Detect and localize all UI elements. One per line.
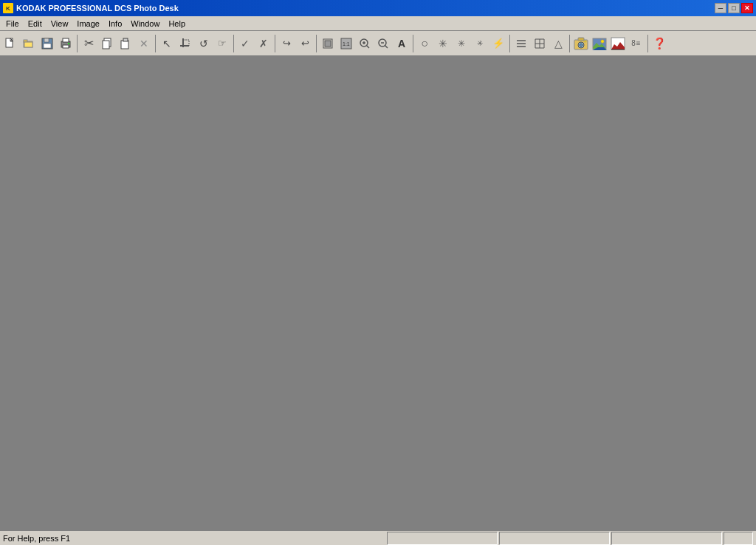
menu-info[interactable]: Info (104, 18, 126, 30)
close-button[interactable]: ✕ (741, 3, 753, 13)
status-panel-3 (611, 532, 722, 545)
title-buttons: ─ □ ✕ (715, 3, 753, 13)
zoom-in-button[interactable] (356, 34, 374, 53)
paste-button[interactable] (117, 34, 134, 53)
dots-button[interactable]: 8≡ (628, 34, 645, 53)
title-left: K KODAK PROFESSIONAL DCS Photo Desk (3, 3, 179, 13)
sep9 (647, 35, 648, 52)
svg-rect-19 (325, 41, 331, 47)
lines-tool[interactable] (512, 34, 530, 53)
svg-point-45 (601, 39, 605, 43)
restore-button[interactable]: □ (728, 3, 740, 13)
sep7 (509, 35, 510, 52)
rotate-cw-button[interactable]: ↩ (296, 34, 314, 53)
svg-rect-8 (63, 38, 69, 42)
sep4 (275, 35, 275, 52)
menu-edit[interactable]: Edit (24, 18, 47, 30)
image-button[interactable] (591, 34, 608, 53)
chart-button[interactable] (609, 34, 627, 53)
rotate-tool[interactable]: ↺ (195, 34, 213, 53)
star3-tool[interactable]: ✳ (471, 34, 489, 53)
grid-tool[interactable] (531, 34, 549, 53)
fit-button[interactable] (319, 34, 337, 53)
new-button[interactable] (1, 34, 19, 53)
star1-tool[interactable]: ✳ (434, 34, 452, 53)
cut-button[interactable]: ✂ (80, 34, 97, 53)
app-title: KODAK PROFESSIONAL DCS Photo Desk (16, 4, 179, 13)
toolbar: ✂ ✕ ↖ ↺ ☞ ✓ ✗ ↪ ↩ 1:1 A ○ ✳ ✳ ✳ ⚡ △ (0, 31, 756, 56)
menu-view[interactable]: View (47, 18, 73, 30)
menu-image[interactable]: Image (72, 18, 104, 30)
print-button[interactable] (57, 34, 75, 53)
svg-rect-3 (24, 42, 32, 47)
minimize-button[interactable]: ─ (715, 3, 726, 13)
camera-button[interactable] (572, 34, 590, 53)
zoom-out-button[interactable] (374, 34, 392, 53)
svg-point-10 (68, 43, 69, 44)
crop-tool[interactable] (176, 34, 194, 53)
status-bar: For Help, press F1 (0, 530, 756, 545)
menu-help[interactable]: Help (164, 18, 190, 30)
svg-line-28 (385, 45, 388, 48)
select-tool[interactable]: ↖ (158, 34, 176, 53)
hand-tool[interactable]: ☞ (213, 34, 231, 53)
help-button[interactable]: ❓ (650, 34, 668, 53)
status-panel-4 (724, 532, 753, 545)
sep5 (316, 35, 317, 52)
sep2 (155, 35, 156, 52)
svg-rect-17 (183, 40, 189, 46)
sep8 (569, 35, 570, 52)
text-tool[interactable]: A (393, 34, 410, 53)
menu-file[interactable]: File (1, 18, 24, 30)
status-text: For Help, press F1 (3, 534, 385, 543)
accept-button[interactable]: ✓ (236, 34, 254, 53)
menu-bar: File Edit View Image Info Window Help (0, 16, 756, 31)
actual-size-button[interactable]: 1:1 (337, 34, 355, 53)
svg-text:1:1: 1:1 (343, 41, 350, 47)
svg-rect-12 (103, 41, 109, 49)
svg-rect-9 (63, 45, 69, 48)
svg-rect-13 (121, 41, 128, 49)
status-panel-1 (387, 532, 498, 545)
app-icon: K (3, 3, 13, 13)
svg-rect-14 (123, 38, 128, 41)
svg-point-41 (580, 44, 583, 47)
reject-button[interactable]: ✗ (255, 34, 272, 53)
sep3 (233, 35, 234, 52)
svg-rect-40 (578, 38, 584, 41)
svg-rect-42 (584, 41, 586, 42)
star2-tool[interactable]: ✳ (453, 34, 470, 53)
svg-rect-6 (44, 44, 51, 48)
main-content-area (0, 56, 756, 530)
svg-rect-5 (44, 38, 49, 42)
menu-window[interactable]: Window (126, 18, 164, 30)
triangle-tool[interactable]: △ (549, 34, 567, 53)
copy-button[interactable] (98, 34, 116, 53)
title-bar: K KODAK PROFESSIONAL DCS Photo Desk ─ □ … (0, 0, 756, 16)
sep1 (77, 35, 78, 52)
save-button[interactable] (38, 34, 56, 53)
open-button[interactable] (20, 34, 38, 53)
sep6 (413, 35, 413, 52)
svg-line-25 (367, 45, 370, 48)
flash-tool[interactable]: ⚡ (489, 34, 507, 53)
delete-button[interactable]: ✕ (135, 34, 153, 53)
ellipse-tool[interactable]: ○ (416, 34, 433, 53)
status-panel-2 (499, 532, 610, 545)
rotate-ccw-button[interactable]: ↪ (278, 34, 295, 53)
